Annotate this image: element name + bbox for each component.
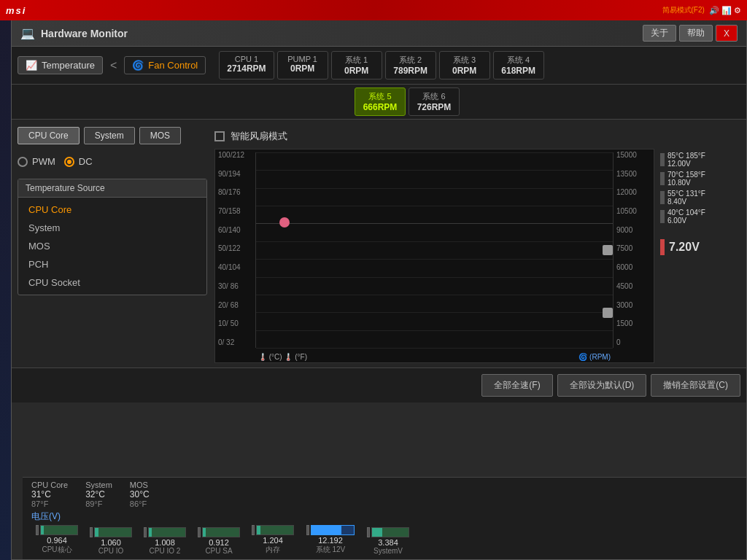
fan-sys6[interactable]: 系统 6 726RPM xyxy=(409,88,460,116)
temp-source-pch[interactable]: PCH xyxy=(18,255,206,273)
cancel-all-button[interactable]: 撤销全部设置(C) xyxy=(651,374,740,397)
temp-icon: 🌡️ (°C) 🌡️ (°F) xyxy=(258,353,307,361)
fan-sys1[interactable]: 系统 1 0RPM xyxy=(331,51,382,79)
volt-sys12v: 12.192 系统 12V xyxy=(301,525,360,555)
window-controls: 关于 帮助 X xyxy=(643,25,738,42)
msi-logo: msi xyxy=(6,5,26,16)
fan-boxes-row1: CPU 1 2714RPM PUMP 1 0RPM 系统 1 0RPM 系统 2… xyxy=(219,51,543,79)
dc-radio-circle xyxy=(64,157,74,167)
window-title-icon: 💻 xyxy=(20,26,35,40)
temp-source-list: CPU Core System MOS PCH CPU Socket xyxy=(18,198,206,295)
volt-level-2: 70°C 158°F 10.80V xyxy=(660,171,740,187)
chart-marker[interactable] xyxy=(279,217,290,228)
chart-area: 100/212 90/194 80/176 70/158 60/140 50/1… xyxy=(214,149,654,363)
set-default-button[interactable]: 全部设为默认(D) xyxy=(557,374,647,397)
topbar-icons: 🔊 📊 ⚙ xyxy=(709,6,741,15)
temp-source-cpu-core[interactable]: CPU Core xyxy=(18,201,206,219)
window-title: Hardware Monitor xyxy=(41,28,128,39)
volt-systemv: 3.384 SystemV xyxy=(363,527,414,555)
chart-inner[interactable] xyxy=(255,152,614,348)
fan-sys2[interactable]: 系统 2 789RPM xyxy=(385,51,436,79)
chart-voltage-area: 100/212 90/194 80/176 70/158 60/140 50/1… xyxy=(214,149,740,363)
pwm-radio-circle xyxy=(18,157,28,167)
chart-bottom: 🌡️ (°C) 🌡️ (°F) 🌀 (RPM) xyxy=(255,353,614,361)
dc-radio[interactable]: DC xyxy=(64,156,93,167)
msi-topbar: msi 简易模式(F2) 🔊 📊 ⚙ xyxy=(0,0,747,20)
temp-cpu-core: CPU Core 31°C 87°F xyxy=(31,481,68,508)
rpm-icon: 🌀 (RPM) xyxy=(578,353,611,361)
temp-mos: MOS 30°C 86°F xyxy=(130,481,150,508)
volt-memory: 1.204 内存 xyxy=(247,525,298,555)
fan-sys4[interactable]: 系统 4 618RPM xyxy=(493,51,544,79)
temp-readings: CPU Core 31°C 87°F System 32°C 89°F MOS … xyxy=(23,478,746,510)
close-button[interactable]: X xyxy=(716,25,738,42)
left-panel: CPU Core System MOS PWM DC Temperature S… xyxy=(18,127,207,363)
temp-source-header: Temperature Source xyxy=(18,179,206,198)
current-voltage-value: 7.20V xyxy=(669,241,700,254)
fan-sys3[interactable]: 系统 3 0RPM xyxy=(439,51,490,79)
sensor-btn-cpu-core[interactable]: CPU Core xyxy=(18,127,80,144)
smart-fan-checkbox[interactable] xyxy=(214,131,225,141)
volt-level-1: 85°C 185°F 12.00V xyxy=(660,152,740,168)
chart-y-left: 100/212 90/194 80/176 70/158 60/140 50/1… xyxy=(215,149,255,348)
chart-y-right: 15000 13500 12000 10500 9000 7500 6000 4… xyxy=(614,149,654,348)
tab-fan-control[interactable]: 🌀 Fan Control xyxy=(124,56,206,74)
voltage-section-label: 电压(V) xyxy=(23,510,746,524)
tab-temperature[interactable]: 📈 Temperature xyxy=(18,56,103,74)
pwm-radio[interactable]: PWM xyxy=(18,156,55,167)
tab-area: 📈 Temperature < 🌀 Fan Control CPU 1 2714… xyxy=(12,47,746,85)
fan-tab-icon: 🌀 xyxy=(132,60,144,71)
temp-source-system[interactable]: System xyxy=(18,219,206,237)
main-window: 💻 Hardware Monitor 关于 帮助 X 📈 Temperature… xyxy=(11,20,747,560)
status-bar: CPU Core 31°C 87°F System 32°C 89°F MOS … xyxy=(23,477,746,559)
volt-bar-4 xyxy=(660,210,665,223)
fan-sys5[interactable]: 系统 5 666RPM xyxy=(355,88,406,116)
temp-source-container: Temperature Source CPU Core System MOS P… xyxy=(18,179,207,295)
current-voltage-display: 7.20V xyxy=(660,239,740,255)
temp-source-cpu-socket[interactable]: CPU Socket xyxy=(18,273,206,292)
smart-fan-label: 智能风扇模式 xyxy=(231,130,287,143)
pwm-dc-group: PWM DC xyxy=(18,152,207,171)
sensor-buttons: CPU Core System MOS xyxy=(18,127,207,144)
drag-handle-1[interactable] xyxy=(603,308,613,318)
voltage-side-panel: 85°C 185°F 12.00V 70°C 158°F 10.80V xyxy=(660,149,740,363)
dc-label: DC xyxy=(79,156,93,167)
volt-cpu-io: 1.060 CPU IO xyxy=(85,527,136,555)
drag-handle-2[interactable] xyxy=(603,245,613,255)
fan-pump1[interactable]: PUMP 1 0RPM xyxy=(277,51,328,79)
window-titlebar: 💻 Hardware Monitor 关于 帮助 X xyxy=(12,20,746,47)
fan-tab-label: Fan Control xyxy=(148,60,198,71)
full-speed-button[interactable]: 全部全速(F) xyxy=(481,374,552,397)
volt-bar-2 xyxy=(660,172,665,185)
bottom-buttons: 全部全速(F) 全部设为默认(D) 撤销全部设置(C) xyxy=(12,368,746,402)
topbar-info: 简易模式(F2) xyxy=(662,5,705,15)
sensor-btn-mos[interactable]: MOS xyxy=(139,127,181,144)
msi-topbar-right: 简易模式(F2) 🔊 📊 ⚙ xyxy=(662,5,741,15)
temp-system: System 32°C 89°F xyxy=(85,481,112,508)
current-volt-bar xyxy=(660,239,665,255)
help-button[interactable]: 帮助 xyxy=(679,25,713,42)
tab-divider: < xyxy=(110,59,117,72)
temp-tab-label: Temperature xyxy=(42,60,95,71)
temp-source-mos[interactable]: MOS xyxy=(18,237,206,255)
volt-cpu-sa: 0.912 CPU SA xyxy=(193,527,244,555)
volt-cpu-io2: 1.008 CPU IO 2 xyxy=(139,527,190,555)
volt-cpu-core: 0.964 CPU核心 xyxy=(31,525,82,555)
fan-boxes-row2: 系统 5 666RPM 系统 6 726RPM xyxy=(12,85,746,120)
content-panel: CPU Core System MOS PWM DC Temperature S… xyxy=(12,120,746,368)
volt-level-3: 55°C 131°F 8.40V xyxy=(660,190,740,206)
right-panel: 智能风扇模式 100/212 90/194 80/176 70/158 60/1… xyxy=(214,127,740,363)
sensor-btn-system[interactable]: System xyxy=(84,127,135,144)
temp-tab-icon: 📈 xyxy=(26,60,37,71)
volt-bar-3 xyxy=(660,191,665,204)
volt-bar-1 xyxy=(660,153,665,166)
fan-cpu1[interactable]: CPU 1 2714RPM xyxy=(219,51,274,79)
about-button[interactable]: 关于 xyxy=(643,25,676,42)
pwm-label: PWM xyxy=(32,156,55,167)
smart-fan-row: 智能风扇模式 xyxy=(214,127,740,146)
voltage-meters: 0.964 CPU核心 1.060 CPU IO xyxy=(23,524,746,559)
volt-level-4: 40°C 104°F 6.00V xyxy=(660,209,740,225)
